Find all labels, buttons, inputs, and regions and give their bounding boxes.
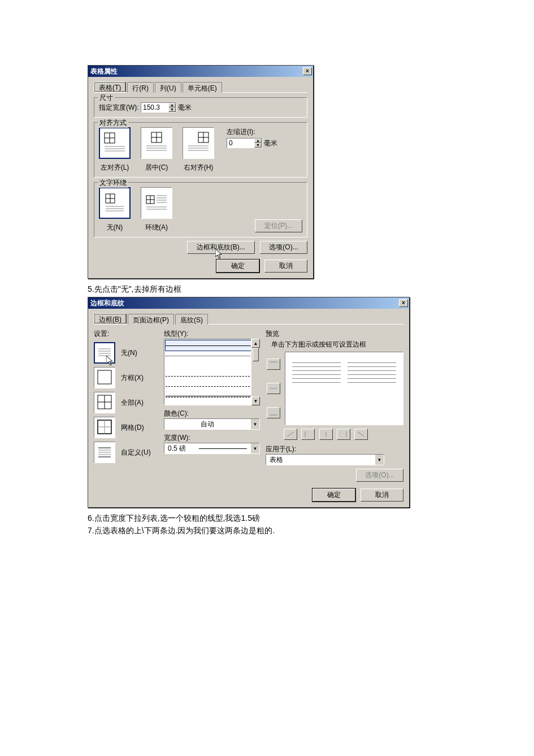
cancel-button[interactable]: 取消 bbox=[264, 260, 307, 273]
edge-left-icon bbox=[303, 431, 312, 438]
chevron-up-icon[interactable]: ▲ bbox=[251, 339, 260, 348]
scrollbar-thumb[interactable] bbox=[253, 348, 259, 361]
wrap-around-button[interactable] bbox=[141, 187, 172, 219]
preview-hint: 单击下方图示或按钮可设置边框 bbox=[271, 340, 403, 349]
edge-bottom-button[interactable] bbox=[267, 407, 280, 418]
setting-none-icon bbox=[95, 343, 114, 362]
color-combo[interactable]: 自动 ▼ bbox=[164, 418, 260, 430]
list-item[interactable] bbox=[166, 361, 258, 371]
positioning-button[interactable]: 定位(P)... bbox=[255, 219, 302, 232]
svg-rect-59 bbox=[306, 432, 311, 437]
size-label: 指定宽度(W): bbox=[99, 103, 139, 111]
align-center-button[interactable] bbox=[141, 127, 172, 159]
indent-input[interactable] bbox=[227, 139, 254, 148]
tab-shading[interactable]: 底纹(S) bbox=[175, 314, 208, 325]
setting-label: 设置: bbox=[94, 329, 164, 339]
list-item[interactable] bbox=[166, 381, 258, 391]
chevron-down-icon[interactable]: ▼ bbox=[168, 107, 176, 112]
edge-diag2-button[interactable] bbox=[354, 429, 368, 440]
list-item[interactable] bbox=[166, 391, 258, 401]
titlebar[interactable]: 表格属性 × bbox=[88, 66, 313, 77]
tab-row[interactable]: 行(R) bbox=[127, 82, 154, 93]
edge-hmid-button[interactable] bbox=[267, 383, 280, 394]
list-item[interactable] bbox=[166, 340, 258, 351]
edge-right-icon bbox=[339, 431, 348, 438]
setting-none-button[interactable] bbox=[94, 342, 115, 364]
preview-area[interactable] bbox=[285, 352, 403, 425]
wrap-legend: 文字环绕 bbox=[98, 178, 128, 188]
style-label: 线型(Y): bbox=[164, 329, 260, 339]
list-item[interactable] bbox=[166, 371, 258, 381]
color-label: 颜色(C): bbox=[164, 409, 260, 418]
options-button[interactable]: 选项(O)... bbox=[356, 469, 403, 482]
cancel-button[interactable]: 取消 bbox=[361, 489, 403, 502]
close-icon[interactable]: × bbox=[399, 299, 408, 307]
wrap-none-icon bbox=[102, 191, 127, 215]
diagonal-icon bbox=[286, 431, 295, 438]
instruction-7: 7.点选表格的上\下两条边.因为我们要这两条边是粗的. bbox=[88, 526, 534, 536]
edge-left-button[interactable] bbox=[301, 429, 315, 440]
align-right-button[interactable] bbox=[183, 127, 214, 159]
tab-cell[interactable]: 单元格(E) bbox=[183, 82, 222, 93]
instruction-6: 6.点击宽度下拉列表,选一个较粗的线型,我选1.5磅 bbox=[88, 513, 534, 524]
tab-table[interactable]: 表格(T) bbox=[94, 81, 126, 92]
wrap-none-button[interactable] bbox=[99, 187, 131, 219]
edge-vmid-icon bbox=[322, 431, 331, 438]
edge-diag1-button[interactable] bbox=[284, 429, 297, 440]
edge-vmid-button[interactable] bbox=[319, 429, 333, 440]
setting-grid-button[interactable] bbox=[94, 417, 115, 438]
spinner-buttons[interactable]: ▲ ▼ bbox=[254, 139, 262, 148]
titlebar[interactable]: 边框和底纹 × bbox=[88, 297, 409, 309]
setting-grid-icon bbox=[95, 417, 114, 437]
tab-col[interactable]: 列(U) bbox=[155, 82, 181, 93]
ok-button[interactable]: 确定 bbox=[312, 489, 355, 502]
svg-rect-52 bbox=[270, 363, 277, 367]
apply-combo[interactable]: 表格 ▼ bbox=[266, 454, 384, 465]
tab-page-border[interactable]: 页面边框(P) bbox=[128, 314, 174, 325]
width-combo[interactable]: 0.5 磅 ▼ bbox=[164, 443, 260, 454]
chevron-down-icon[interactable]: ▼ bbox=[250, 419, 259, 429]
setting-all-label: 全部(A) bbox=[121, 398, 144, 408]
width-spinner[interactable]: ▲ ▼ bbox=[141, 102, 176, 113]
ok-button[interactable]: 确定 bbox=[216, 260, 259, 273]
wrap-around-label: 环绕(A) bbox=[141, 223, 172, 232]
borders-shading-button[interactable]: 边框和底纹(B)... bbox=[187, 241, 255, 254]
svg-rect-62 bbox=[340, 432, 345, 437]
chevron-down-icon[interactable]: ▼ bbox=[254, 143, 262, 148]
options-button[interactable]: 选项(O)... bbox=[260, 241, 307, 254]
edge-hmid-icon bbox=[269, 385, 278, 392]
widthline-label: 宽度(W): bbox=[164, 433, 260, 443]
color-value: 自动 bbox=[164, 420, 250, 429]
tab-borders[interactable]: 边框(B) bbox=[94, 313, 127, 324]
setting-box-button[interactable] bbox=[94, 367, 115, 388]
scrollbar[interactable]: ▲ ▼ bbox=[251, 339, 260, 405]
width-sample-line bbox=[199, 448, 247, 449]
chevron-down-icon[interactable]: ▼ bbox=[375, 455, 384, 465]
setting-custom-button[interactable] bbox=[94, 442, 115, 463]
chevron-down-icon[interactable]: ▼ bbox=[251, 396, 260, 405]
close-icon[interactable]: × bbox=[303, 67, 312, 75]
width-value: 0.5 磅 bbox=[164, 444, 196, 453]
setting-grid-label: 网格(D) bbox=[121, 423, 144, 433]
wrap-none-label: 无(N) bbox=[99, 223, 131, 232]
chevron-up-icon[interactable]: ▲ bbox=[254, 139, 262, 143]
edge-bottom-icon bbox=[269, 409, 278, 416]
list-item[interactable] bbox=[166, 351, 258, 361]
spinner-buttons[interactable]: ▲ ▼ bbox=[168, 103, 176, 112]
indent-unit: 毫米 bbox=[264, 139, 277, 147]
align-left-button[interactable] bbox=[99, 127, 131, 159]
indent-spinner[interactable]: ▲ ▼ bbox=[227, 138, 262, 148]
style-listbox[interactable]: ▲ ▼ bbox=[164, 339, 260, 405]
edge-top-icon bbox=[269, 361, 278, 368]
setting-custom-icon bbox=[95, 442, 114, 461]
width-input[interactable] bbox=[141, 103, 168, 112]
setting-all-button[interactable] bbox=[94, 392, 115, 413]
svg-line-57 bbox=[287, 432, 294, 437]
align-right-label: 右对齐(H) bbox=[183, 163, 214, 172]
svg-line-64 bbox=[358, 432, 364, 437]
edge-top-button[interactable] bbox=[267, 358, 280, 370]
align-center-label: 居中(C) bbox=[141, 163, 172, 172]
chevron-down-icon[interactable]: ▼ bbox=[250, 443, 259, 453]
edge-right-button[interactable] bbox=[337, 429, 350, 440]
chevron-up-icon[interactable]: ▲ bbox=[168, 103, 176, 107]
